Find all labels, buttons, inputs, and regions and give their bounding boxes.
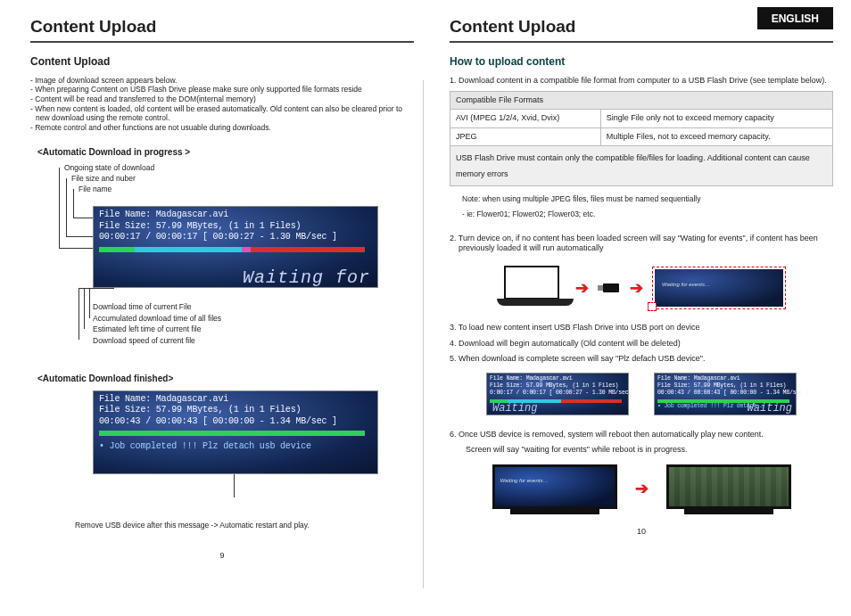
screen-line: File Name: Madagascar.avi bbox=[99, 394, 372, 406]
step: 4. Download will begin automatically (Ol… bbox=[450, 339, 833, 349]
connector-line bbox=[66, 178, 67, 236]
table-row: AVI (MPEG 1/2/4, Xvid, Dvix) Single File… bbox=[450, 110, 833, 127]
page-title: Content Upload bbox=[450, 16, 833, 43]
callout: Estimated left time of current file bbox=[93, 324, 221, 334]
device-screen-text: Waiting for events… bbox=[655, 269, 783, 307]
page-number: 9 bbox=[30, 551, 414, 561]
laptop-icon bbox=[497, 266, 566, 310]
screen-line: 0:00:17 / 0:00:17 [ 00:00:27 - 1.30 MB/s… bbox=[490, 390, 625, 397]
screen-line: File Size: 57.99 MBytes, (1 in 1 Files) bbox=[99, 221, 372, 233]
callout: File size and nuber bbox=[71, 174, 136, 184]
table-header: Compatible File Formats bbox=[450, 92, 833, 110]
waiting-text: Waiting bbox=[748, 402, 792, 415]
mini-screens-row: File Name: Madagascar.avi File Size: 57.… bbox=[450, 373, 833, 415]
mini-screen-finished: File Name: Madagascar.avi File Size: 57.… bbox=[654, 373, 797, 415]
table-note: USB Flash Drive must contain only the co… bbox=[450, 145, 833, 185]
connector-line bbox=[84, 288, 85, 329]
column-divider bbox=[423, 80, 424, 588]
note-line: - Remote control and other functions are… bbox=[30, 123, 414, 133]
page-title: Content Upload bbox=[30, 16, 414, 43]
callout: Download time of current File bbox=[93, 302, 221, 312]
download-progress-diagram: Ongoing state of download File size and … bbox=[37, 163, 414, 359]
step: 2. Turn device on, if no content has bee… bbox=[450, 234, 833, 254]
progress-bar bbox=[99, 247, 365, 252]
mini-screen-progress: File Name: Madagascar.avi File Size: 57.… bbox=[486, 373, 629, 415]
arrow-icon: ➔ bbox=[630, 278, 643, 299]
step: 5. When download is complete screen will… bbox=[450, 354, 833, 364]
download-finished-diagram: File Name: Madagascar.avi File Size: 57.… bbox=[37, 390, 414, 497]
table-cell: Multiple Files, not to exceed memory cap… bbox=[600, 127, 832, 145]
table-cell: JPEG bbox=[450, 127, 601, 145]
connector-line bbox=[78, 288, 79, 340]
screen-line: • Job completed !!! Plz detach usb devic… bbox=[99, 441, 372, 453]
formats-table: Compatible File Formats AVI (MPEG 1/2/4,… bbox=[450, 91, 833, 186]
screen-line: File Name: Madagascar.avi bbox=[490, 375, 625, 382]
arrow-icon: ➔ bbox=[635, 479, 649, 499]
note-line: - When preparing Content on USB Flash Dr… bbox=[30, 85, 414, 94]
waiting-text: Waiting for bbox=[243, 267, 370, 289]
jpeg-note-example: - ie: Flower01; Flower02; Flower03; etc. bbox=[450, 205, 833, 221]
connector-line bbox=[89, 288, 90, 318]
jpeg-note: Note: when using multiple JPEG files, fi… bbox=[450, 190, 833, 206]
connector-line bbox=[78, 288, 114, 289]
step: 1. Download content in a compatible file… bbox=[450, 76, 833, 86]
table-cell: Single File only not to exceed memory ca… bbox=[600, 110, 832, 127]
progress-label: <Automatic Download in progress > bbox=[37, 147, 414, 159]
display-device: Waiting for events… bbox=[652, 267, 786, 309]
note-line: - When new content is loaded, old conten… bbox=[30, 104, 414, 123]
final-note: Remove USB device after this message -> … bbox=[75, 521, 414, 530]
tv-playing bbox=[666, 464, 791, 514]
table-row: JPEG Multiple Files, not to exceed memor… bbox=[450, 127, 833, 145]
usb-port-icon bbox=[648, 302, 657, 311]
finished-screen: File Name: Madagascar.avi File Size: 57.… bbox=[93, 390, 378, 474]
callout-group: Download time of current File Accumulate… bbox=[93, 302, 221, 346]
screen-line: 00:00:43 / 00:00:43 [ 00:00:00 - 1.34 MB… bbox=[657, 390, 793, 397]
screen-line: File Size: 57.99 MBytes, (1 in 1 Files) bbox=[99, 405, 372, 416]
page-right: Content Upload How to upload content 1. … bbox=[450, 16, 833, 537]
callout: Ongoing state of download bbox=[64, 163, 154, 173]
intro-notes: - Image of download screen appears below… bbox=[30, 76, 414, 133]
note-line: - Image of download screen appears below… bbox=[30, 76, 414, 86]
table-cell: AVI (MPEG 1/2/4, Xvid, Dvix) bbox=[450, 110, 601, 127]
screen-line: File Name: Madagascar.avi bbox=[657, 375, 793, 382]
page-number: 10 bbox=[450, 527, 833, 537]
screen-line: File Size: 57.99 MBytes, (1 in 1 Files) bbox=[657, 382, 793, 390]
page-left: Content Upload Content Upload - Image of… bbox=[30, 16, 414, 561]
connection-diagram: ➔ ➔ Waiting for events… bbox=[450, 266, 833, 310]
callout: Download speed of current file bbox=[93, 336, 221, 346]
section-subtitle: Content Upload bbox=[30, 55, 414, 69]
connector-line bbox=[73, 189, 74, 218]
download-screen: File Name: Madagascar.avi File Size: 57.… bbox=[93, 206, 378, 288]
section-subtitle: How to upload content bbox=[450, 55, 833, 69]
tv-waiting: Waiting for events… bbox=[492, 464, 617, 514]
waiting-text: Waiting bbox=[492, 402, 537, 415]
connector-line bbox=[59, 168, 60, 248]
connector-line bbox=[234, 474, 235, 497]
callout: File name bbox=[78, 185, 112, 194]
note-line: - Content will be read and transferred t… bbox=[30, 94, 414, 104]
progress-bar bbox=[99, 431, 365, 436]
screen-line: File Size: 57.99 MBytes, (1 in 1 Files) bbox=[490, 382, 625, 390]
callout: Accumulated download time of all files bbox=[93, 314, 221, 324]
screen-line: 00:00:43 / 00:00:43 [ 00:00:00 - 1.34 MB… bbox=[99, 416, 372, 428]
tv-screen-text: Waiting for events… bbox=[492, 464, 617, 509]
step-sub: Screen will say "waiting for events" whi… bbox=[450, 445, 833, 455]
tv-row: Waiting for events… ➔ bbox=[450, 464, 833, 514]
step: 6. Once USB device is removed, system wi… bbox=[450, 430, 833, 439]
table-note-row: USB Flash Drive must contain only the co… bbox=[450, 145, 833, 185]
screen-line: File Name: Madagascar.avi bbox=[99, 209, 372, 221]
usb-icon bbox=[598, 283, 621, 292]
step: 3. To load new content insert USB Flash … bbox=[450, 323, 833, 333]
finished-label: <Automatic Download finished> bbox=[37, 374, 414, 385]
arrow-icon: ➔ bbox=[575, 278, 589, 299]
screen-line: 00:00:17 / 00:00:17 [ 00:00:27 - 1.30 MB… bbox=[99, 232, 372, 243]
